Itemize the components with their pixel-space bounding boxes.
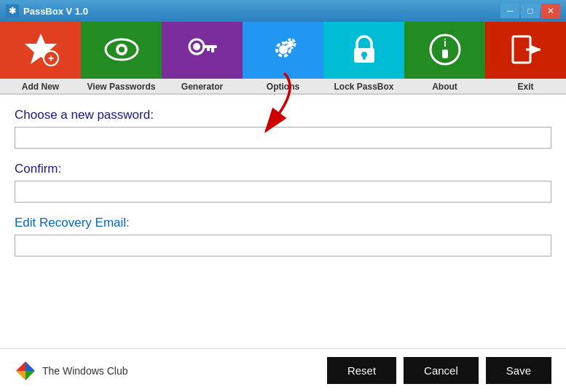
svg-rect-12	[207, 48, 210, 51]
title-bar: ✱ PassBox V 1.0 ─ □ ✕	[0, 0, 566, 22]
eye-icon	[103, 31, 141, 71]
svg-marker-28	[25, 361, 35, 371]
cancel-button[interactable]: Cancel	[404, 357, 479, 384]
toolbar-lock-passbox[interactable]: Lock PassBox	[323, 22, 404, 93]
svg-rect-11	[211, 48, 214, 52]
close-button[interactable]: ✕	[541, 4, 560, 18]
minimize-button[interactable]: ─	[500, 4, 519, 18]
svg-marker-27	[16, 361, 25, 371]
svg-marker-30	[25, 371, 35, 380]
svg-rect-10	[203, 45, 217, 48]
toolbar-options[interactable]: Options	[243, 22, 323, 93]
bottom-bar: The Windows Club Reset Cancel Save	[0, 348, 566, 392]
svg-text:+: +	[47, 52, 53, 64]
new-password-group: Choose a new password:	[15, 108, 551, 149]
toolbar-generator-label: Generator	[162, 79, 243, 93]
windows-club-logo-icon	[15, 360, 36, 382]
reset-button[interactable]: Reset	[327, 357, 396, 384]
toolbar: + Add New View Passwords	[0, 22, 566, 95]
key-icon	[184, 31, 221, 71]
toolbar-options-label: Options	[243, 79, 323, 93]
svg-rect-19	[363, 55, 366, 60]
new-password-label: Choose a new password:	[15, 108, 551, 122]
svg-text:✱: ✱	[9, 6, 16, 16]
toolbar-exit[interactable]: Exit	[485, 22, 566, 93]
star-plus-icon: +	[22, 31, 60, 71]
app-logo-icon: ✱	[6, 4, 19, 17]
new-password-input[interactable]	[15, 127, 551, 149]
toolbar-about[interactable]: i About	[404, 22, 485, 93]
main-content: Choose a new password: Confirm: Edit Rec…	[0, 95, 566, 392]
app-title: PassBox V 1.0	[23, 6, 500, 17]
toolbar-add-new[interactable]: + Add New	[0, 22, 81, 93]
svg-marker-29	[16, 371, 25, 380]
recovery-email-group: Edit Recovery Email: 167****91@qq.com	[15, 216, 551, 256]
exit-icon	[507, 31, 545, 71]
info-icon: i	[426, 31, 464, 71]
maximize-button[interactable]: □	[521, 4, 540, 18]
svg-point-15	[288, 41, 294, 47]
toolbar-exit-label: Exit	[485, 79, 566, 93]
toolbar-generator[interactable]: Generator	[162, 22, 243, 93]
confirm-label: Confirm:	[15, 162, 551, 176]
confirm-input[interactable]	[15, 181, 551, 203]
toolbar-add-new-label: Add New	[0, 79, 81, 93]
footer-logo: The Windows Club	[15, 360, 128, 382]
svg-point-9	[193, 43, 200, 50]
recovery-email-label: Edit Recovery Email:	[15, 216, 551, 230]
toolbar-view-label: View Passwords	[81, 79, 162, 93]
gears-icon	[264, 31, 302, 71]
toolbar-lock-label: Lock PassBox	[323, 79, 404, 93]
svg-point-7	[119, 47, 125, 52]
toolbar-about-label: About	[404, 79, 485, 93]
save-button[interactable]: Save	[486, 357, 551, 384]
recovery-email-input[interactable]: 167****91@qq.com	[15, 235, 551, 256]
confirm-group: Confirm:	[15, 162, 551, 203]
action-buttons: Reset Cancel Save	[327, 357, 551, 384]
svg-rect-22	[442, 50, 448, 58]
toolbar-view-passwords[interactable]: View Passwords	[81, 22, 162, 93]
footer-logo-text: The Windows Club	[42, 365, 128, 377]
lock-icon	[345, 31, 383, 71]
window-controls: ─ □ ✕	[500, 4, 560, 18]
svg-text:i: i	[444, 37, 447, 49]
